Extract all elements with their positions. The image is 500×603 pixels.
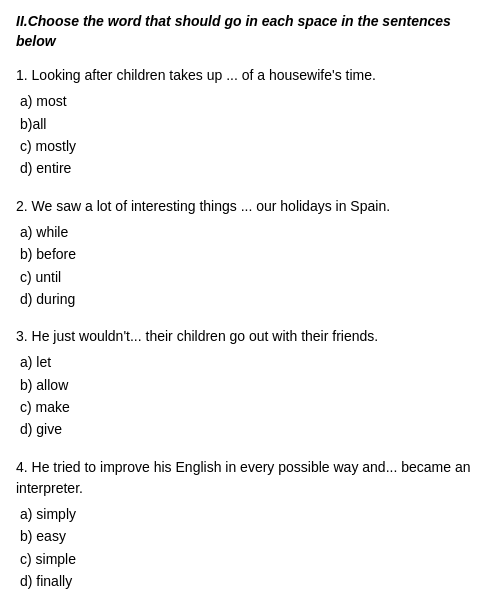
option-1-2: b)all xyxy=(20,113,484,135)
question-text-1: 1. Looking after children takes up ... o… xyxy=(16,65,484,86)
option-2-1: a) while xyxy=(20,221,484,243)
option-4-4: d) finally xyxy=(20,570,484,592)
option-2-3: c) until xyxy=(20,266,484,288)
option-3-4: d) give xyxy=(20,418,484,440)
section-container: II.Choose the word that should go in eac… xyxy=(16,12,484,603)
questions-container: 1. Looking after children takes up ... o… xyxy=(16,65,484,603)
question-block-2: 2. We saw a lot of interesting things ..… xyxy=(16,196,484,311)
option-4-3: c) simple xyxy=(20,548,484,570)
option-2-2: b) before xyxy=(20,243,484,265)
option-4-2: b) easy xyxy=(20,525,484,547)
option-3-2: b) allow xyxy=(20,374,484,396)
option-1-4: d) entire xyxy=(20,157,484,179)
section-title: II.Choose the word that should go in eac… xyxy=(16,12,484,51)
question-block-4: 4. He tried to improve his English in ev… xyxy=(16,457,484,593)
question-text-3: 3. He just wouldn't... their children go… xyxy=(16,326,484,347)
option-1-1: a) most xyxy=(20,90,484,112)
question-block-3: 3. He just wouldn't... their children go… xyxy=(16,326,484,441)
option-4-1: a) simply xyxy=(20,503,484,525)
question-text-4: 4. He tried to improve his English in ev… xyxy=(16,457,484,499)
question-text-2: 2. We saw a lot of interesting things ..… xyxy=(16,196,484,217)
option-1-3: c) mostly xyxy=(20,135,484,157)
option-3-1: a) let xyxy=(20,351,484,373)
question-block-1: 1. Looking after children takes up ... o… xyxy=(16,65,484,180)
option-2-4: d) during xyxy=(20,288,484,310)
option-3-3: c) make xyxy=(20,396,484,418)
